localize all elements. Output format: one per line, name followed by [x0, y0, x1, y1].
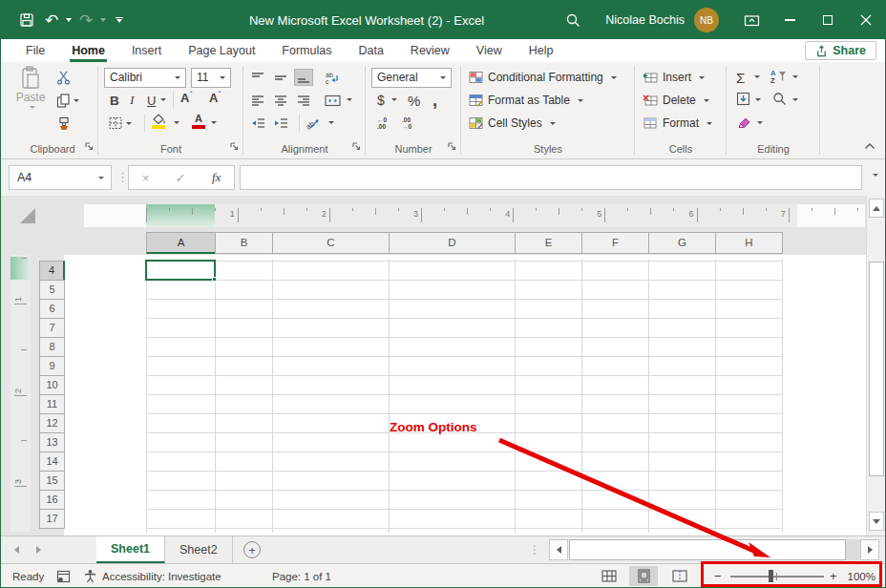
- row-header-16[interactable]: 16: [39, 490, 65, 510]
- increase-decimal-button[interactable]: ←0.00: [377, 116, 387, 130]
- minimize-button[interactable]: [770, 1, 809, 39]
- row-header-17[interactable]: 17: [39, 509, 65, 529]
- conditional-formatting-button[interactable]: Conditional Formatting: [469, 67, 633, 88]
- maximize-button[interactable]: [809, 1, 847, 39]
- font-color-button[interactable]: A: [190, 114, 207, 134]
- column-header-E[interactable]: E: [515, 232, 582, 254]
- redo-dropdown-icon[interactable]: [100, 18, 106, 22]
- decrease-indent-button[interactable]: [249, 116, 266, 131]
- column-header-A[interactable]: A: [146, 232, 216, 254]
- vertical-scroll-thumb[interactable]: [869, 262, 884, 476]
- underline-dropdown-icon[interactable]: [160, 98, 166, 101]
- normal-view-button[interactable]: [595, 566, 623, 586]
- customize-quick-access-icon[interactable]: [116, 17, 123, 24]
- close-button[interactable]: [847, 1, 885, 39]
- orientation-dropdown-icon[interactable]: [328, 121, 334, 124]
- column-header-B[interactable]: B: [215, 232, 273, 254]
- merge-center-button[interactable]: [324, 93, 341, 108]
- page-break-view-button[interactable]: [665, 566, 694, 586]
- horizontal-scroll-thumb[interactable]: [569, 539, 846, 560]
- clipboard-dialog-launcher-icon[interactable]: [84, 140, 94, 154]
- find-select-dropdown-icon[interactable]: [792, 98, 798, 101]
- align-right-button[interactable]: [295, 93, 312, 108]
- sheet-nav-right-icon[interactable]: [36, 546, 41, 554]
- autosum-button[interactable]: Σ: [736, 70, 745, 86]
- formula-input[interactable]: [240, 165, 862, 190]
- sort-filter-dropdown-icon[interactable]: [792, 75, 798, 78]
- grow-font-button[interactable]: Aˆ: [179, 91, 194, 111]
- row-header-4[interactable]: 4: [39, 261, 65, 281]
- row-header-8[interactable]: 8: [39, 337, 65, 357]
- column-header-F[interactable]: F: [581, 232, 649, 254]
- accessibility-icon[interactable]: [83, 564, 97, 588]
- tab-file[interactable]: File: [12, 39, 58, 62]
- font-family-combo[interactable]: Calibri: [104, 68, 186, 88]
- active-cell[interactable]: [145, 260, 216, 281]
- delete-cells-button[interactable]: Delete: [643, 90, 725, 111]
- name-box-dropdown-icon[interactable]: [98, 177, 104, 179]
- tab-page-layout[interactable]: Page Layout: [175, 39, 268, 62]
- middle-align-button[interactable]: [272, 70, 289, 85]
- alignment-dialog-launcher-icon[interactable]: [351, 140, 361, 154]
- undo-button[interactable]: ↶: [41, 10, 62, 31]
- search-icon[interactable]: [554, 1, 592, 39]
- tab-view[interactable]: View: [463, 39, 516, 62]
- avatar[interactable]: NB: [694, 8, 719, 32]
- find-select-button[interactable]: [772, 92, 787, 109]
- clear-button[interactable]: [736, 116, 751, 132]
- name-box[interactable]: A4: [9, 165, 112, 190]
- merge-center-dropdown-icon[interactable]: [347, 98, 352, 101]
- new-sheet-button[interactable]: +: [243, 541, 261, 558]
- decrease-decimal-button[interactable]: .00→0: [402, 116, 411, 130]
- cancel-icon[interactable]: ×: [142, 171, 150, 185]
- row-header-11[interactable]: 11: [39, 394, 65, 414]
- cell-styles-button[interactable]: Cell Styles: [469, 113, 633, 134]
- column-header-G[interactable]: G: [648, 232, 716, 254]
- tab-review[interactable]: Review: [397, 39, 463, 62]
- number-format-combo[interactable]: General: [371, 68, 452, 88]
- insert-function-icon[interactable]: fx: [212, 170, 221, 185]
- vertical-scrollbar[interactable]: [866, 196, 885, 536]
- row-header-9[interactable]: 9: [39, 356, 65, 376]
- sheet-page[interactable]: [64, 255, 868, 536]
- currency-dropdown-icon[interactable]: [391, 98, 397, 101]
- fill-button[interactable]: [736, 92, 750, 109]
- autosum-dropdown-icon[interactable]: [754, 75, 760, 78]
- font-dialog-launcher-icon[interactable]: [229, 140, 239, 154]
- row-header-6[interactable]: 6: [39, 299, 65, 319]
- collapse-ribbon-icon[interactable]: [864, 139, 875, 153]
- font-size-combo[interactable]: 11: [191, 68, 231, 88]
- column-header-D[interactable]: D: [389, 232, 516, 254]
- align-left-button[interactable]: [249, 93, 266, 108]
- bold-button[interactable]: B: [108, 91, 121, 111]
- accessibility-status[interactable]: Accessibility: Investigate: [102, 564, 222, 588]
- insert-cells-button[interactable]: Insert: [643, 67, 725, 88]
- row-header-15[interactable]: 15: [39, 471, 65, 491]
- fill-dropdown-icon[interactable]: [755, 98, 761, 101]
- tab-insert[interactable]: Insert: [118, 39, 175, 62]
- borders-dropdown-icon[interactable]: [126, 122, 132, 125]
- column-header-H[interactable]: H: [715, 232, 783, 254]
- bottom-align-button[interactable]: [295, 70, 312, 85]
- column-header-C[interactable]: C: [272, 232, 390, 254]
- shrink-font-button[interactable]: Aˇ: [207, 91, 222, 111]
- macro-record-icon[interactable]: [56, 564, 71, 588]
- enter-icon[interactable]: ✓: [176, 171, 186, 185]
- tab-formulas[interactable]: Formulas: [268, 39, 345, 62]
- redo-button[interactable]: ↷: [75, 10, 96, 31]
- sheetbar-grip-icon[interactable]: ⋮: [529, 543, 540, 556]
- sort-filter-button[interactable]: AZ: [770, 69, 787, 86]
- sheet-tab-sheet1[interactable]: Sheet1: [96, 536, 165, 563]
- save-icon[interactable]: [16, 10, 37, 31]
- wrap-text-button[interactable]: abc: [324, 70, 341, 85]
- copy-dropdown-icon[interactable]: [74, 99, 79, 102]
- scroll-up-icon[interactable]: [869, 199, 884, 218]
- format-painter-button[interactable]: [56, 113, 96, 134]
- row-header-5[interactable]: 5: [39, 280, 65, 300]
- row-header-14[interactable]: 14: [39, 452, 65, 472]
- tab-home[interactable]: Home: [58, 39, 118, 62]
- underline-button[interactable]: U: [145, 91, 158, 111]
- copy-button[interactable]: [56, 90, 96, 111]
- select-all-button[interactable]: [20, 208, 35, 223]
- format-cells-button[interactable]: Format: [643, 113, 725, 134]
